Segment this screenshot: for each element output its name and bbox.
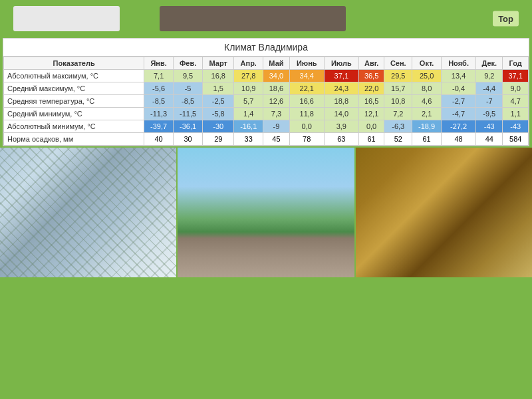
cell-value: 7,2 [384,108,412,120]
cell-value: -5,8 [203,108,234,120]
cell-value: 29 [203,133,234,146]
images-row [0,148,532,277]
cell-value: 9,0 [503,82,529,95]
cell-value: -30 [203,120,234,133]
col-sep: Сен. [384,57,412,70]
cell-value: 13,4 [442,70,476,82]
cell-value: -5,6 [144,82,174,95]
cell-value: -2,7 [442,95,476,108]
table-row: Норма осадков, мм40302933457863615261484… [4,133,529,146]
cell-value: 29,5 [384,70,412,82]
cell-value: 45 [263,133,290,146]
table-header-row: Показатель Янв. Фев. Март Апр. Май Июнь … [4,57,529,70]
cell-indicator: Средняя температура, °С [4,95,144,108]
cell-value: 33 [234,133,263,146]
climate-table: Показатель Янв. Фев. Март Апр. Май Июнь … [3,57,529,146]
col-nov: Нояб. [442,57,476,70]
table-row: Абсолютный минимум, °С-39,7-36,1-30-16,1… [4,120,529,133]
cell-value: 0,0 [289,120,324,133]
table-container: Климат Владимира Показатель Янв. Фев. Ма… [3,38,529,146]
cell-value: -36,1 [174,120,203,133]
col-mar: Март [203,57,234,70]
cell-value: 4,7 [503,95,529,108]
cell-indicator: Средний минимум, °С [4,108,144,120]
cell-value: 44 [476,133,503,146]
cell-value: -39,7 [144,120,174,133]
cell-value: -4,7 [442,108,476,120]
cell-value: 4,6 [412,95,442,108]
cell-value: 1,1 [503,108,529,120]
cell-value: -5 [174,82,203,95]
cell-value: 15,7 [384,82,412,95]
cell-value: 5,7 [234,95,263,108]
cell-value: -8,5 [174,95,203,108]
cell-value: 34,0 [263,70,290,82]
col-feb: Фев. [174,57,203,70]
cell-value: 9,2 [476,70,503,82]
cell-value: 1,5 [203,82,234,95]
cell-value: 24,3 [324,82,358,95]
cell-value: 36,5 [358,70,384,82]
col-jul: Июль [324,57,358,70]
cell-value: 52 [384,133,412,146]
cell-value: 7,1 [144,70,174,82]
cell-value: 40 [144,133,174,146]
cell-value: 7,3 [263,108,290,120]
cell-indicator: Средний максимум, °С [4,82,144,95]
table-row: Средний минимум, °С-11,3-11,5-5,81,47,31… [4,108,529,120]
cell-value: 3,9 [324,120,358,133]
cell-value: -2,5 [203,95,234,108]
cell-value: -9 [263,120,290,133]
image-mushrooms [356,148,532,277]
cell-value: 78 [289,133,324,146]
col-dec: Дек. [476,57,503,70]
cell-value: 22,1 [289,82,324,95]
col-jan: Янв. [144,57,174,70]
col-aug: Авг. [358,57,384,70]
cell-value: 11,8 [289,108,324,120]
cell-value: 1,4 [234,108,263,120]
top-label: Top [493,11,519,26]
col-apr: Апр. [234,57,263,70]
cell-value: 584 [503,133,529,146]
cell-value: 30 [174,133,203,146]
cell-value: 2,1 [412,108,442,120]
cell-value: -43 [503,120,529,133]
table-row: Абсолютный максимум, °С7,19,516,827,834,… [4,70,529,82]
cell-value: 22,0 [358,82,384,95]
cell-indicator: Норма осадков, мм [4,133,144,146]
cell-value: -7 [476,95,503,108]
cell-value: 12,1 [358,108,384,120]
cell-value: 8,0 [412,82,442,95]
col-year: Год [503,57,529,70]
table-row: Средняя температура, °С-8,5-8,5-2,55,712… [4,95,529,108]
cell-value: 37,1 [324,70,358,82]
cell-value: 9,5 [174,70,203,82]
cell-value: 0,0 [358,120,384,133]
cell-value: 34,4 [289,70,324,82]
cell-value: -11,3 [144,108,174,120]
cell-value: -16,1 [234,120,263,133]
cell-value: 16,6 [289,95,324,108]
cell-value: -9,5 [476,108,503,120]
cell-value: 27,8 [234,70,263,82]
cell-value: 12,6 [263,95,290,108]
cell-value: 14,0 [324,108,358,120]
climate-title: Климат Владимира [3,39,529,57]
top-box-left [13,6,120,31]
col-oct: Окт. [412,57,442,70]
cell-value: -4,4 [476,82,503,95]
cell-value: 16,5 [358,95,384,108]
cell-value: 16,8 [203,70,234,82]
cell-value: 61 [358,133,384,146]
cell-value: 37,1 [503,70,529,82]
cell-indicator: Абсолютный минимум, °С [4,120,144,133]
top-area: Top [0,0,532,37]
cell-value: 61 [412,133,442,146]
cell-value: -27,2 [442,120,476,133]
image-winter [0,148,176,277]
cell-value: -11,5 [174,108,203,120]
cell-value: 18,6 [263,82,290,95]
cell-value: 10,9 [234,82,263,95]
cell-value: 25,0 [412,70,442,82]
